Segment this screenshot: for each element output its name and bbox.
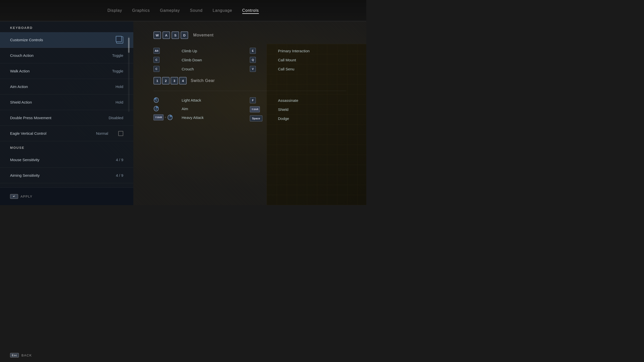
keyboard-section-label: KEYBOARD	[0, 21, 133, 32]
primary-interaction-action: Primary Interaction	[278, 49, 310, 53]
climb-up-action: Climb Up	[182, 49, 197, 53]
key-e: E	[250, 48, 256, 54]
key-4: 4	[179, 77, 187, 84]
setting-row-eagle-vertical[interactable]: Eagle Vertical Control Normal	[0, 126, 133, 141]
nav-item-controls[interactable]: Controls	[242, 7, 259, 14]
mouse-lmb-icon	[153, 97, 159, 103]
binding-climb-up: Alt Climb Up	[153, 48, 250, 54]
aiming-sensitivity-label: Aiming Sensitivity	[0, 173, 103, 177]
mouse-sensitivity-label: Mouse Sensitivity	[0, 158, 103, 162]
primary-interaction-keys: E	[250, 48, 275, 54]
light-attack-keys	[153, 97, 179, 103]
key-a: A	[163, 31, 170, 39]
aiming-sensitivity-value: 4 / 9	[103, 173, 133, 177]
key-c-climb: C	[153, 57, 159, 63]
plus-sign: +	[165, 116, 166, 119]
binding-aim: Aim	[153, 106, 250, 111]
setting-row-aim-action[interactable]: Aim Action Hold	[0, 79, 133, 95]
binding-heavy-attack: ⇧Shift + Heavy Attack	[153, 114, 250, 120]
double-press-value: Disabled	[103, 116, 133, 120]
light-attack-action: Light Attack	[182, 98, 201, 102]
binding-call-mount: Q Call Mount	[250, 57, 346, 63]
aim-action-binding: Aim	[182, 107, 188, 111]
combat-binding-col-right: F Assassinate ⇧Shift Shield Space	[250, 97, 346, 121]
crouch-action-value: Toggle	[103, 53, 133, 58]
key-f: F	[250, 97, 256, 103]
movement-label: Movement	[193, 33, 214, 37]
setting-row-double-press[interactable]: Double Press Movement Disabled	[0, 110, 133, 126]
movement-binding-col-right: E Primary Interaction Q Call Mount V	[250, 48, 346, 72]
key-w: W	[153, 31, 161, 39]
combat-binding-col-left: Light Attack Aim	[153, 97, 250, 121]
binding-light-attack: Light Attack	[153, 97, 250, 103]
key-alt: Alt	[153, 48, 160, 54]
bindings-overlay: W A S D Movement Alt Climb Up	[133, 21, 366, 205]
shield-action-value: Hold	[103, 100, 133, 104]
dodge-keys: Space	[250, 115, 275, 121]
bindings-two-col: Alt Climb Up C Climb Down C	[153, 48, 346, 72]
mouse-rmb-icon	[153, 106, 159, 111]
setting-row-aiming-sensitivity[interactable]: Aiming Sensitivity 4 / 9	[0, 168, 133, 183]
setting-row-walk-action[interactable]: Walk Action Toggle	[0, 63, 133, 79]
shield-action-label: Shield Action	[0, 100, 103, 104]
setting-row-mouse-sensitivity[interactable]: Mouse Sensitivity 4 / 9	[0, 152, 133, 168]
key-c-crouch: C	[153, 66, 159, 72]
eagle-vertical-label: Eagle Vertical Control	[0, 131, 88, 135]
climb-down-action: Climb Down	[182, 58, 202, 62]
apply-section[interactable]: ↵ APPLY	[10, 194, 32, 199]
walk-action-value: Toggle	[103, 69, 133, 73]
call-senu-keys: V	[250, 66, 275, 72]
aim-action-value: Hold	[103, 84, 133, 89]
section-divider	[153, 91, 346, 91]
binding-dodge: Space Dodge	[250, 115, 346, 121]
customize-controls-label: Customize Controls	[10, 38, 116, 42]
navigation-bar: Display Graphics Gameplay Sound Language…	[0, 0, 366, 21]
key-3: 3	[171, 77, 178, 84]
walk-action-label: Walk Action	[0, 69, 103, 73]
setting-row-shield-action[interactable]: Shield Action Hold	[0, 95, 133, 110]
nav-item-display[interactable]: Display	[107, 7, 122, 14]
key-1: 1	[153, 77, 161, 84]
left-panel: KEYBOARD Customize Controls Crouch Actio…	[0, 21, 133, 205]
call-mount-keys: Q	[250, 57, 275, 63]
switch-gear-row: 1 2 3 4 Switch Gear	[153, 77, 346, 84]
switch-gear-label: Switch Gear	[191, 78, 215, 83]
binding-call-senu: V Call Senu	[250, 66, 346, 72]
key-space: Space	[250, 115, 262, 121]
heavy-attack-action: Heavy Attack	[182, 115, 204, 120]
double-press-label: Double Press Movement	[0, 116, 103, 120]
aim-action-label: Aim Action	[0, 84, 103, 89]
bottom-bar: ↵ APPLY	[0, 188, 133, 205]
eagle-vertical-checkbox[interactable]	[118, 131, 123, 136]
key-s: S	[172, 31, 179, 39]
right-panel: W A S D Movement Alt Climb Up	[133, 21, 366, 205]
apply-label: APPLY	[21, 195, 32, 198]
setting-row-crouch-action[interactable]: Crouch Action Toggle	[0, 48, 133, 63]
nav-item-gameplay[interactable]: Gameplay	[160, 7, 180, 14]
call-mount-action: Call Mount	[278, 58, 296, 62]
shield-action-binding: Shield	[278, 107, 289, 112]
crouch-action-binding: Crouch	[182, 67, 194, 71]
svg-point-22	[156, 100, 157, 101]
number-keys: 1 2 3 4	[153, 77, 187, 84]
svg-point-25	[156, 109, 157, 110]
combat-bindings: Light Attack Aim	[153, 97, 346, 121]
mouse-sensitivity-value: 4 / 9	[103, 158, 133, 162]
crouch-keys: C	[153, 66, 179, 72]
key-shift-shield: ⇧Shift	[250, 106, 260, 112]
wasd-keys: W A S D	[153, 31, 188, 39]
customize-controls-row[interactable]: Customize Controls	[0, 32, 133, 48]
copy-icon[interactable]	[116, 36, 123, 43]
binding-shield: ⇧Shift Shield	[250, 106, 346, 112]
nav-item-language[interactable]: Language	[213, 7, 232, 14]
mouse-section-label: MOUSE	[0, 141, 133, 152]
nav-item-sound[interactable]: Sound	[190, 7, 203, 14]
nav-item-graphics[interactable]: Graphics	[132, 7, 150, 14]
mouse-rmb-icon-small	[167, 115, 173, 120]
eagle-vertical-value: Normal	[88, 131, 118, 135]
binding-climb-down: C Climb Down	[153, 57, 250, 63]
key-q: Q	[250, 57, 256, 63]
dodge-action: Dodge	[278, 116, 289, 121]
binding-assassinate: F Assassinate	[250, 97, 346, 103]
heavy-attack-keys: ⇧Shift +	[153, 114, 179, 120]
